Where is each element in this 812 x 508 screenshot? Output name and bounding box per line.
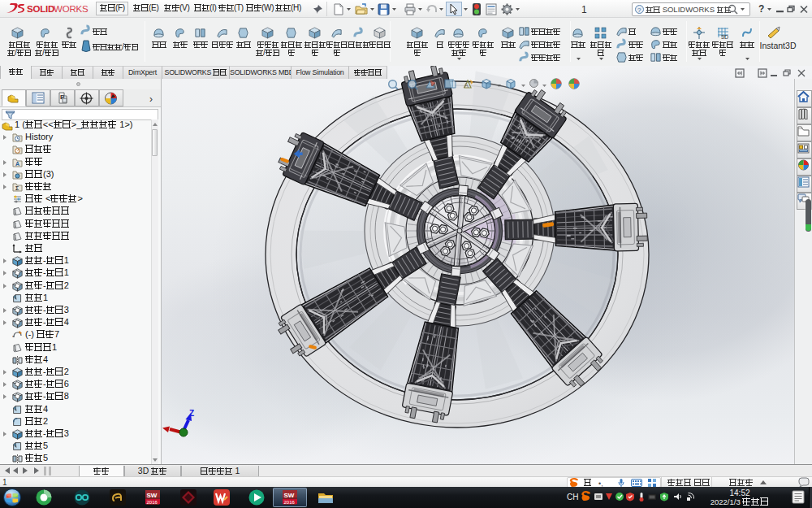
svg-text:SW: SW [284,492,295,499]
svg-text:SOLID: SOLID [27,4,54,14]
svg-text:WORKS: WORKS [54,4,89,14]
svg-text:Σ: Σ [15,185,19,191]
svg-text:2016: 2016 [284,500,296,505]
svg-text:3D: 3D [721,34,728,40]
svg-text:A: A [464,81,469,89]
svg-text:?: ? [637,7,641,14]
svg-text:SW: SW [147,492,158,499]
svg-text:A: A [15,161,19,167]
svg-text:2016: 2016 [147,500,158,505]
svg-text:Z: Z [189,409,194,418]
